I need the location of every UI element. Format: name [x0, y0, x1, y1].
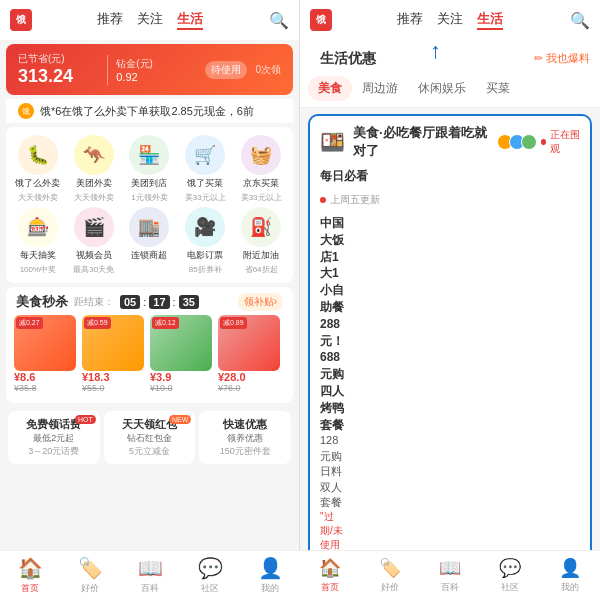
flash-sale-header: 美食秒杀 距结束： 05 : 17 : 35 领补贴› — [6, 287, 293, 315]
basket-icon: 🧺 — [241, 135, 281, 175]
food-item-0[interactable]: 减0.27 ¥8.6 ¥35.8 — [14, 315, 76, 393]
hungry-icon: 🐛 — [18, 135, 58, 175]
fc-dot-1 — [320, 197, 326, 203]
r-wiki-icon: 📖 — [439, 557, 461, 579]
banner-gold-label: 钻金(元) — [116, 57, 197, 71]
flash-sale-more-btn[interactable]: 领补贴› — [238, 293, 283, 311]
r-community-label: 社区 — [501, 581, 519, 594]
right-nav-deals[interactable]: 🏷️ 好价 — [360, 551, 420, 600]
r-community-icon: 💬 — [499, 557, 521, 579]
right-nav-profile[interactable]: 👤 我的 — [540, 551, 600, 600]
meituan-label: 美团外卖 — [76, 178, 112, 189]
promo-phone[interactable]: HOT 免费领话费 最低2元起 3～20元话费 — [8, 411, 100, 464]
promo-redpacket[interactable]: NEW 天天领红包 钻石红包金 5元立减金 — [104, 411, 196, 464]
meituan2-sublabel: 1元领外卖 — [131, 192, 167, 203]
left-nav-wiki[interactable]: 📖 百科 — [120, 551, 180, 600]
icon-video[interactable]: 🎬 视频会员 最高30天免 — [68, 207, 120, 275]
left-tab-life[interactable]: 生活 — [177, 10, 203, 30]
cat-grocery[interactable]: 买菜 — [476, 76, 520, 101]
banner-count: 0次领 — [255, 63, 281, 77]
left-tab-follow[interactable]: 关注 — [137, 10, 163, 30]
wiki-label: 百科 — [141, 582, 159, 595]
promo-travel-sub: 领养优惠 — [205, 432, 285, 445]
e-grocery-icon: 🛒 — [185, 135, 225, 175]
deals-icon: 🏷️ — [78, 556, 103, 580]
icon-hungry[interactable]: 🐛 饿了么外卖 大天领外卖 — [12, 135, 64, 203]
icon-basket[interactable]: 🧺 京东买菜 美33元以上 — [235, 135, 287, 203]
left-search-icon[interactable]: 🔍 — [269, 11, 289, 30]
icon-movie[interactable]: 🎥 电影订票 85折券补 — [179, 207, 231, 275]
fc-update-row-1: 上周五更新 — [310, 189, 590, 211]
fc-avatar-3 — [521, 134, 537, 150]
fc-live-text: 正在围观 — [550, 128, 580, 156]
right-search-icon[interactable]: 🔍 — [570, 11, 590, 30]
promo-redpacket-sub: 钻石红包金 — [110, 432, 190, 445]
red-banner: 已节省(元) 313.24 钻金(元) 0.92 待使用 0次领 — [6, 44, 293, 95]
fc-daily-header: 每日必看 — [310, 164, 590, 189]
right-nav-home[interactable]: 🏠 首页 — [300, 551, 360, 600]
food-price-1: ¥18.3 — [82, 371, 144, 383]
food-item-2[interactable]: 减0.12 ¥3.9 ¥10.0 — [150, 315, 212, 393]
r-home-icon: 🏠 — [319, 557, 341, 579]
left-nav-community[interactable]: 💬 社区 — [180, 551, 240, 600]
right-nav-community[interactable]: 💬 社区 — [480, 551, 540, 600]
food-img-0: 减0.27 — [14, 315, 76, 371]
movie-icon: 🎥 — [185, 207, 225, 247]
basket-label: 京东买菜 — [243, 178, 279, 189]
category-tabs: 美食 周边游 休闲娱乐 买菜 — [300, 76, 600, 108]
left-nav-home[interactable]: 🏠 首页 — [0, 551, 60, 600]
icon-chain[interactable]: 🏬 连锁商超 — [124, 207, 176, 275]
community-label: 社区 — [201, 582, 219, 595]
left-logo: 饿 — [10, 9, 32, 31]
movie-label: 电影订票 — [187, 250, 223, 261]
hungry-sublabel: 大天领外卖 — [18, 192, 58, 203]
food-orig-2: ¥10.0 — [150, 383, 212, 393]
right-nav-tabs: 推荐 关注 生活 — [397, 10, 503, 30]
food-orig-0: ¥35.8 — [14, 383, 76, 393]
right-title-row: 生活优惠 ✏ 我也爆料 — [300, 40, 600, 76]
cat-food[interactable]: 美食 — [308, 76, 352, 101]
food-img-1: 减0.59 — [82, 315, 144, 371]
food-orig-1: ¥55.0 — [82, 383, 144, 393]
left-tab-recommend[interactable]: 推荐 — [97, 10, 123, 30]
left-nav-deals[interactable]: 🏷️ 好价 — [60, 551, 120, 600]
right-tab-life[interactable]: 生活 — [477, 10, 503, 30]
right-nav-wiki[interactable]: 📖 百科 — [420, 551, 480, 600]
featured-card[interactable]: 🍱 美食·必吃餐厅跟着吃就对了 正在围观 每日必看 上周五更新 中国大饭店1大1… — [308, 114, 592, 600]
right-tab-recommend[interactable]: 推荐 — [397, 10, 423, 30]
food-item-3[interactable]: 减0.89 ¥28.0 ¥76.0 — [218, 315, 280, 393]
cat-nearby[interactable]: 周边游 — [352, 76, 408, 101]
countdown-h: 05 — [120, 295, 140, 309]
fc-post-1[interactable]: 中国大饭店1大1小自助餐288元！688元购四人烤鸭套餐 128元购日料双人套餐… — [310, 211, 590, 584]
banner-savings-label: 已节省(元) — [18, 52, 99, 66]
banner-gold-btn[interactable]: 待使用 — [205, 61, 247, 79]
icon-gas[interactable]: ⛽ 附近加油 省64折起 — [235, 207, 287, 275]
icon-meituan2[interactable]: 🏪 美团到店 1元领外卖 — [124, 135, 176, 203]
chain-label: 连锁商超 — [131, 250, 167, 261]
right-bottom-nav: 🏠 首页 🏷️ 好价 📖 百科 💬 社区 👤 我的 — [300, 550, 600, 600]
right-logo: 饿 — [310, 9, 332, 31]
right-top-nav: 饿 推荐 关注 生活 🔍 — [300, 0, 600, 40]
meituan2-label: 美团到店 — [131, 178, 167, 189]
left-nav-profile[interactable]: 👤 我的 — [240, 551, 300, 600]
food-scroll: 减0.27 ¥8.6 ¥35.8 减0.59 ¥18.3 ¥55.0 减0.12… — [6, 315, 293, 399]
icon-daily-lottery[interactable]: 🎰 每天抽奖 100%中奖 — [12, 207, 64, 275]
home-label: 首页 — [21, 582, 39, 595]
icon-grid: 🐛 饿了么外卖 大天领外卖 🦘 美团外卖 大天领外卖 🏪 美团到店 1元领外卖 … — [6, 127, 293, 283]
promo-hot-badge: HOT — [75, 415, 96, 424]
contribute-btn[interactable]: ✏ 我也爆料 — [534, 51, 590, 66]
food-tag-2: 减0.12 — [152, 317, 179, 329]
icon-e-grocery[interactable]: 🛒 饿了买菜 美33元以上 — [179, 135, 231, 203]
flash-sale-subtitle: 距结束： — [74, 295, 114, 309]
countdown: 05 : 17 : 35 — [120, 295, 199, 309]
food-item-1[interactable]: 减0.59 ¥18.3 ¥55.0 — [82, 315, 144, 393]
right-tab-follow[interactable]: 关注 — [437, 10, 463, 30]
promo-travel[interactable]: 快速优惠 领养优惠 150元密件套 — [199, 411, 291, 464]
daily-icon: 🎰 — [18, 207, 58, 247]
icon-meituan[interactable]: 🦘 美团外卖 大天领外卖 — [68, 135, 120, 203]
food-img-3: 减0.89 — [218, 315, 280, 371]
cat-leisure[interactable]: 休闲娱乐 — [408, 76, 476, 101]
meituan2-icon: 🏪 — [129, 135, 169, 175]
promo-new-badge: NEW — [169, 415, 191, 424]
food-price-2: ¥3.9 — [150, 371, 212, 383]
